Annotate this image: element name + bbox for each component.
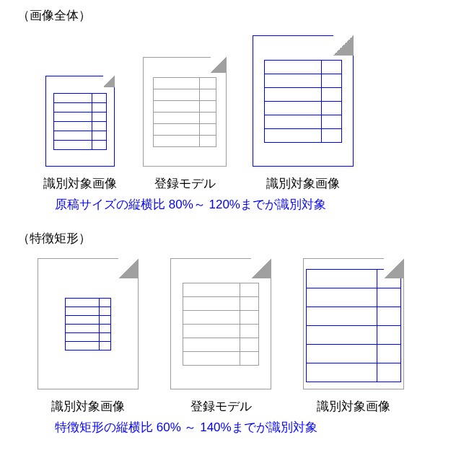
caption: 識別対象画像 — [51, 398, 125, 415]
section-whole-image: （画像全体） 識別対象画 — [17, 7, 452, 213]
section1-item-2: 識別対象画像 — [253, 35, 354, 192]
section2-item-2: 識別対象画像 — [303, 258, 404, 415]
page-fold-icon — [118, 258, 139, 278]
section1-row: 識別対象画像 登録モ — [17, 32, 452, 192]
section2-row: 識別対象画像 登録モ — [17, 255, 452, 415]
doc-medium-gray — [143, 57, 227, 167]
doc-feature-small — [38, 258, 139, 389]
page-fold-icon — [333, 35, 354, 56]
caption: 識別対象画像 — [43, 175, 117, 192]
section1-item-0: 識別対象画像 — [43, 76, 117, 192]
section2-item-0: 識別対象画像 — [38, 258, 139, 415]
page-fold-icon — [384, 258, 404, 278]
caption: 識別対象画像 — [266, 175, 340, 192]
doc-feature-large — [303, 258, 404, 389]
page-fold-icon — [251, 258, 271, 278]
section2-note: 特徴矩形の縦横比 60% ～ 140%までが識別対象 — [55, 419, 452, 436]
section-feature-rect: （特徴矩形） 識別対象画 — [17, 230, 452, 436]
doc-small-blue — [45, 76, 115, 167]
section1-note: 原稿サイズの縦横比 80%～ 120%までが識別対象 — [55, 196, 452, 213]
section1-title: （画像全体） — [17, 7, 452, 24]
page-fold-icon — [103, 76, 115, 87]
section1-item-1: 登録モデル — [143, 57, 227, 192]
caption: 登録モデル — [154, 175, 216, 192]
caption: 識別対象画像 — [317, 398, 390, 415]
diagram: （画像全体） 識別対象画 — [0, 0, 469, 459]
caption: 登録モデル — [190, 398, 252, 415]
section2-title: （特徴矩形） — [17, 230, 452, 247]
section2-item-1: 登録モデル — [170, 258, 271, 415]
doc-large-blue — [253, 35, 354, 167]
doc-feature-medium — [170, 258, 271, 389]
page-fold-icon — [211, 57, 227, 73]
